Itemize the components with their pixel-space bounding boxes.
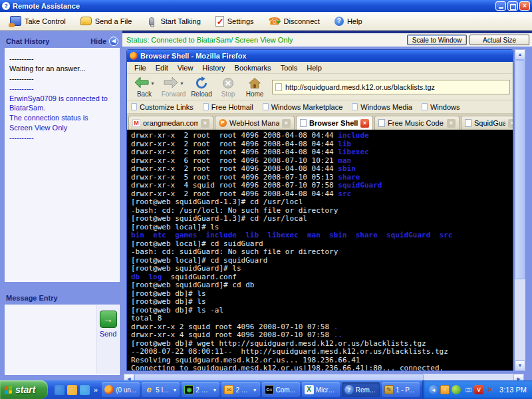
alarm-tray-icon[interactable]	[440, 385, 450, 394]
hide-chat-button[interactable]: Hide ◀	[90, 37, 118, 46]
tab-close-icon[interactable]: ×	[360, 119, 369, 128]
toolbar-start-talking-button[interactable]: Start Talking	[140, 13, 206, 29]
forward-button[interactable]: ▼ Forward	[159, 76, 188, 98]
main-area: Chat History Hide ◀ ----------Waiting fo…	[0, 31, 532, 380]
internet-explorer-icon[interactable]	[55, 385, 65, 395]
tab-close-icon[interactable]: ×	[282, 119, 291, 128]
quick-launch-overflow-chevron[interactable]: »	[94, 386, 98, 394]
cmd-icon	[265, 385, 274, 394]
terminal-line: [root@web db]# ls -al	[131, 307, 513, 315]
message-entry-title: Message Entry	[6, 294, 58, 302]
scroll-up-icon[interactable]: ▲	[515, 49, 525, 60]
forward-dropdown-caret[interactable]: ▼	[180, 81, 184, 86]
menu-bookmarks[interactable]: Bookmarks	[230, 64, 276, 72]
task-0-un[interactable]: (0 un...	[102, 382, 140, 397]
send-button[interactable]: →	[100, 311, 117, 328]
start-button[interactable]: start	[0, 380, 48, 399]
chat-history-title: Chat History	[6, 37, 49, 45]
task-2-v[interactable]: 2 V... ▼	[182, 382, 219, 397]
task-5-i[interactable]: 5 I... ▼	[142, 382, 180, 397]
bookmarks-toolbar: Customize Links Free Hotmail Windows Mar…	[127, 100, 513, 114]
menu-history[interactable]: History	[198, 64, 229, 72]
stop-icon	[221, 76, 235, 90]
actual-size-button[interactable]: Actual Size	[469, 35, 529, 45]
chat-message: The connection status is	[9, 113, 115, 122]
back-button[interactable]: ▼ Back	[130, 76, 159, 98]
stop-button[interactable]: Stop	[215, 76, 241, 98]
collapse-tray-icon[interactable]	[429, 385, 438, 394]
outlook-express-icon[interactable]	[67, 385, 77, 395]
firefox-icon	[104, 385, 114, 394]
terminal-output[interactable]: drwxr-xr-x 2 root root 4096 2008-04-08 0…	[127, 130, 513, 370]
send-label: Send	[100, 330, 117, 338]
restore-button[interactable]	[507, 1, 518, 11]
task-micro[interactable]: Micro...	[302, 382, 340, 397]
task-2-m[interactable]: 2 M... ▼	[221, 382, 259, 397]
menu-edit[interactable]: Edit	[151, 64, 173, 72]
toolbar-settings-button[interactable]: Settings	[209, 13, 260, 29]
msn-tray-icon[interactable]	[452, 385, 461, 394]
firefox-icon	[130, 52, 138, 60]
task-1-p[interactable]: 1 - P...	[382, 382, 420, 397]
page-icon	[352, 103, 358, 110]
bookmark-windows-marketplace[interactable]: Windows Marketplace	[263, 103, 343, 111]
bookmark-free-hotmail[interactable]: Free Hotmail	[203, 103, 253, 111]
firefox-window: Browser Shell - Mozilla Firefox FileEdit…	[126, 49, 513, 371]
vertical-scrollbar[interactable]: ▲ ▼	[515, 49, 525, 371]
chat-message: ----------	[9, 54, 115, 63]
back-dropdown-caret[interactable]: ▼	[150, 81, 155, 86]
toolbar-disconnect-button[interactable]: Disconnect	[263, 13, 326, 29]
scale-to-window-button[interactable]: Scale to Window	[407, 35, 467, 45]
tab-browser-shell[interactable]: Browser Shell ×	[296, 116, 373, 130]
task-dropdown-caret[interactable]: ▼	[172, 388, 177, 392]
chat-message: ----------	[9, 133, 115, 142]
shield-tray-icon[interactable]	[474, 385, 483, 394]
bookmark-windows[interactable]: Windows	[422, 103, 460, 111]
url-input[interactable]	[285, 83, 507, 91]
close-button[interactable]: ×	[519, 1, 530, 11]
acdsee-icon	[184, 385, 194, 394]
network-tray-icon[interactable]	[463, 385, 472, 394]
bookmark-windows-media[interactable]: Windows Media	[352, 103, 412, 111]
vertical-scrollbar-thumb[interactable]	[515, 60, 525, 279]
tab-close-icon[interactable]: ×	[447, 119, 456, 128]
task-com[interactable]: Com...	[262, 382, 300, 397]
task-dropdown-caret[interactable]: ▼	[253, 388, 257, 392]
tab-close-icon[interactable]: ×	[201, 119, 209, 128]
tab-free-music-code-ind[interactable]: Free Music Code Ind... ×	[374, 116, 460, 130]
tab-orangmedan-com-ma[interactable]: orangmedan.com Ma... ×	[128, 116, 213, 130]
tab-webhost-manager[interactable]: WebHost Manager ×	[215, 116, 295, 130]
reload-icon	[195, 76, 208, 90]
menu-tools[interactable]: Tools	[276, 64, 303, 72]
forward-icon	[163, 76, 179, 90]
chat-message: Screen View Only	[9, 123, 115, 132]
toolbar-take-control-button[interactable]: Take Control	[4, 13, 72, 29]
tab-close-icon[interactable]: ×	[508, 119, 513, 128]
remote-assistance-toolbar: Take Control Send a File Start Talking S…	[0, 12, 532, 31]
page-icon	[300, 119, 307, 127]
menu-file[interactable]: File	[130, 64, 151, 72]
message-entry-input[interactable]	[5, 305, 96, 374]
task-rem[interactable]: Rem...	[342, 382, 380, 397]
reload-button[interactable]: Reload	[188, 76, 215, 98]
menu-help[interactable]: Help	[302, 64, 327, 72]
bookmark-customize-links[interactable]: Customize Links	[131, 103, 194, 111]
msn-icon[interactable]	[80, 385, 90, 395]
chat-history-panel[interactable]: ----------Waiting for an answer...------…	[5, 48, 120, 282]
chat-message: ----------	[9, 84, 115, 93]
toolbar-help-button[interactable]: Help	[329, 13, 368, 29]
chat-message: Waiting for an answer...	[9, 64, 115, 73]
mic-icon	[149, 17, 154, 25]
system-tray: 3:13 PM	[422, 380, 532, 399]
remote-screen-view: Browser Shell - Mozilla Firefox FileEdit…	[122, 47, 532, 380]
toolbar-send-a-file-button[interactable]: Send a File	[74, 13, 138, 29]
send-column: → Send	[96, 305, 119, 374]
scroll-down-icon[interactable]: ▼	[515, 360, 525, 371]
tab-squidguard[interactable]: SquidGuard ×	[461, 116, 513, 130]
page-icon	[263, 103, 269, 110]
home-button[interactable]: Home	[241, 76, 268, 98]
minimize-button[interactable]	[495, 1, 506, 11]
task-dropdown-caret[interactable]: ▼	[213, 388, 217, 392]
muted-tray-icon[interactable]	[485, 385, 495, 394]
menu-view[interactable]: View	[173, 64, 198, 72]
